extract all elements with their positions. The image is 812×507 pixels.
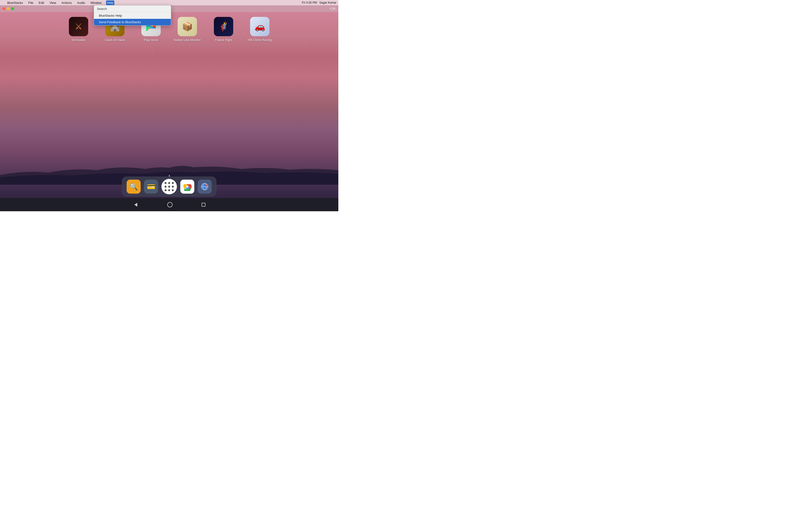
apps-dot [168,186,170,187]
svg-point-3 [186,185,189,188]
apps-dot [164,182,166,184]
android-navbar [0,198,338,211]
nav-home-button[interactable] [167,202,172,207]
minimize-button[interactable] [7,7,10,10]
help-bluestacks-item[interactable]: BlueStacks Help [94,12,171,19]
menubar-actions[interactable]: Actions [60,0,73,5]
android-screen: Grimvalor Clash of Clans [0,12,338,211]
apps-dot [168,189,170,191]
home-circle-icon [167,202,172,207]
menubar-file[interactable]: File [27,0,34,5]
search-label: Search [97,7,108,11]
apps-dot [172,182,174,184]
apps-dot [164,186,166,187]
traffic-lights [2,7,14,10]
android-dock [122,176,216,197]
clash-label: Clash of Clans [105,38,125,42]
futurefight-label: Future Fight [215,38,232,42]
app-grimvalor[interactable]: Grimvalor [68,17,89,42]
dock-search-icon[interactable] [126,180,141,193]
dock-chrome-icon[interactable] [180,180,194,193]
mac-menubar: BlueStacks File Edit View Actions Audio … [0,0,338,5]
close-button[interactable] [2,7,5,10]
dock-apps-icon[interactable] [161,179,177,194]
apps-dot [164,189,166,191]
menubar-help[interactable]: Help [106,0,114,5]
recent-square-icon [202,203,205,207]
grimvalor-icon [69,17,88,36]
menubar-view[interactable]: View [48,0,57,5]
nav-recent-button[interactable] [202,203,205,207]
search-input[interactable] [109,7,168,11]
app-hillclimb[interactable]: Hill Climb Racing [249,17,271,42]
window-time: 4:26 [330,7,336,10]
svg-marker-9 [134,203,137,207]
maximize-button[interactable] [11,7,14,10]
apps-dot [168,182,170,184]
help-send-feedback-item[interactable]: Send Feedback to BlueStacks [94,19,171,25]
grimvalor-label: Grimvalor [72,38,85,42]
menubar-window[interactable]: Window [89,0,102,5]
apps-dot [172,186,174,187]
help-dropdown-menu: Search BlueStacks Help Send Feedback to … [94,5,171,25]
bluestacks-window: 4:26 Grimvalor [0,5,338,211]
app-nativelibs[interactable]: Native Libs Monitor [176,17,198,42]
menubar-bluestacks[interactable]: BlueStacks [6,0,24,5]
nativelibs-icon [177,17,197,36]
playstore-label: Play Store [144,38,158,42]
app-futurefight[interactable]: Future Fight [213,17,235,42]
dock-wallet-icon[interactable] [144,180,158,193]
nav-back-button[interactable] [133,202,138,207]
apps-dot [172,189,174,191]
search-row: Search [94,6,171,12]
nativelibs-label: Native Libs Monitor [174,38,201,42]
dock-globe-icon[interactable] [198,180,212,193]
futurefight-icon [214,17,233,36]
hillclimb-label: Hill Climb Racing [248,38,272,42]
hillclimb-icon [250,17,269,36]
menubar-time: Fri 4:26 PM [302,1,317,4]
menubar-edit[interactable]: Edit [38,0,45,5]
menubar-user: Sagar Kumar [319,1,337,4]
menubar-audio[interactable]: Audio [76,0,86,5]
